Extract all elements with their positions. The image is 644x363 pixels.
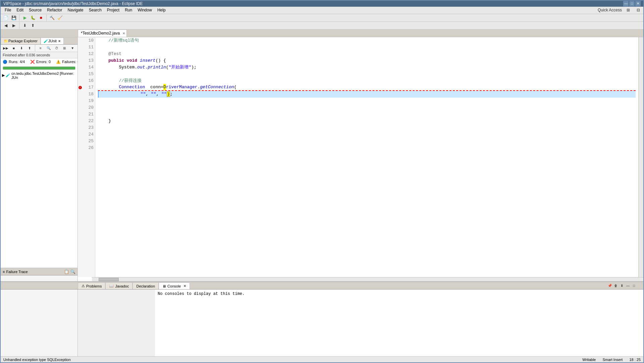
runs-value: 4/4	[20, 60, 25, 64]
junit-tab-close[interactable]: ✕	[58, 39, 61, 43]
junit-label: JUnit	[48, 39, 57, 43]
code-content[interactable]: //新增sql语句 @Test public void insert() {	[95, 37, 638, 277]
menu-run[interactable]: Run	[122, 7, 135, 13]
quick-access-label: Quick Access	[598, 8, 622, 12]
prev-annotation-button[interactable]: ⬆	[29, 22, 37, 29]
debug-button[interactable]: 🐛	[29, 14, 37, 21]
horizontal-scrollbar[interactable]	[92, 277, 643, 281]
junit-icon: 🧪	[44, 39, 48, 43]
junit-collapse-button[interactable]: ≡	[37, 44, 44, 52]
console-tab[interactable]: 🖥 Console ✕	[159, 282, 190, 289]
console-minimize-button[interactable]: —	[625, 283, 631, 288]
copy-trace-button[interactable]: 📋	[64, 269, 69, 274]
line-24: 24	[78, 131, 95, 138]
line-18: 18	[78, 91, 95, 98]
code-line-10: //新增sql语句	[98, 37, 636, 44]
back-button[interactable]: ◀	[2, 22, 9, 29]
console-clear-button[interactable]: 🗑	[613, 283, 619, 288]
menu-edit[interactable]: Edit	[14, 7, 26, 13]
minimize-button[interactable]: —	[623, 1, 629, 6]
clean-button[interactable]: 🧹	[56, 14, 64, 21]
menu-search[interactable]: Search	[86, 7, 104, 13]
problems-tab[interactable]: ⚠ Problems	[78, 282, 105, 289]
menu-file[interactable]: File	[2, 7, 14, 13]
tab-close-button[interactable]: ✕	[122, 32, 125, 35]
package-explorer-icon: 📁	[4, 39, 8, 43]
left-panel: 📁 Package Explorer 🧪 JUnit ✕ ▶▶ ■ ⬇ ⬆ ≡ …	[1, 37, 78, 281]
console-maximize-button[interactable]: □	[631, 283, 637, 288]
cursor-position: 18 : 25	[629, 358, 641, 362]
close-button[interactable]: ✕	[635, 1, 641, 6]
status-bar: Unhandled exception type SQLException Wr…	[1, 356, 643, 362]
code-editor[interactable]: 10 11 12 13	[78, 37, 643, 281]
line-21: 21	[78, 111, 95, 118]
filter-trace-button[interactable]: 🔍	[70, 269, 75, 274]
menu-refactor[interactable]: Refactor	[44, 7, 65, 13]
view-button[interactable]: ⊟	[635, 6, 642, 14]
stop-button[interactable]: ■	[37, 14, 45, 21]
menu-navigate[interactable]: Navigate	[65, 7, 86, 13]
package-explorer-label: Package Explorer	[8, 39, 38, 43]
code-line-11	[98, 44, 636, 51]
line-13: 13	[78, 57, 95, 64]
title-bar-controls[interactable]: — □ ✕	[623, 1, 641, 6]
main-toolbar: 📄 💾 ▶ 🐛 ■ 🔨 🧹	[1, 14, 643, 22]
problems-label: Problems	[86, 284, 102, 288]
vertical-scrollbar[interactable]	[638, 37, 643, 277]
code-container: 10 11 12 13	[78, 37, 643, 277]
junit-filter-button[interactable]: 🔍	[45, 44, 52, 52]
console-label: Console	[167, 284, 181, 288]
run-button[interactable]: ▶	[21, 14, 29, 21]
junit-menu-button[interactable]: ▼	[69, 44, 76, 52]
new-button[interactable]: 📄	[2, 14, 9, 21]
failure-trace-panel: ≡ Failure Trace 📋 🔍	[1, 268, 77, 281]
console-scroll-button[interactable]: ⬇	[619, 283, 625, 288]
console-pin-button[interactable]: 📌	[607, 283, 612, 288]
save-button[interactable]: 💾	[10, 14, 17, 21]
tree-item-test[interactable]: ▶ 🧪 cn.tedu.jdbc.TestJdbcDemo2 [Runner: …	[1, 71, 77, 80]
code-line-15	[98, 71, 636, 77]
forward-button[interactable]: ▶	[10, 22, 17, 29]
junit-view-button[interactable]: ⊞	[61, 44, 68, 52]
junit-history-button[interactable]: ⏱	[53, 44, 60, 52]
bottom-tabs: ⚠ Problems 📖 Javadoc Declaration 🖥 Conso…	[1, 282, 643, 290]
javadoc-icon: 📖	[109, 284, 114, 288]
editor-tab-active[interactable]: *TestJdbcDemo2.java ✕	[78, 30, 127, 37]
insert-mode-status: Smart Insert	[602, 358, 623, 362]
errors-label: Errors:	[36, 60, 47, 64]
line-14: 14	[78, 64, 95, 71]
line-15: 15	[78, 71, 95, 77]
console-tab-close[interactable]: ✕	[183, 284, 186, 288]
junit-rerun-button[interactable]: ▶▶	[2, 44, 9, 52]
code-line-12: @Test	[98, 51, 636, 57]
junit-prev-button[interactable]: ⬆	[26, 44, 33, 52]
runs-icon: 🔵	[3, 60, 7, 64]
error-marker: !	[78, 86, 82, 89]
sep4	[35, 45, 35, 51]
javadoc-tab[interactable]: 📖 Javadoc	[105, 282, 132, 289]
code-line-26	[98, 145, 636, 151]
junit-tab[interactable]: 🧪 JUnit ✕	[41, 38, 64, 44]
declaration-tab[interactable]: Declaration	[132, 282, 159, 289]
menu-source[interactable]: Source	[26, 7, 44, 13]
bottom-toolbar: 📌 🗑 ⬇ — □	[607, 283, 637, 288]
javadoc-label: Javadoc	[115, 284, 129, 288]
runs-stat: 🔵 Runs: 4/4 ❌ Errors: 0 ⚠️ Failures: 0	[3, 60, 75, 64]
menu-help[interactable]: Help	[155, 7, 168, 13]
tree-item-icon: 🧪	[6, 73, 10, 77]
line-22: 22	[78, 118, 95, 124]
junit-next-button[interactable]: ⬇	[18, 44, 25, 52]
next-annotation-button[interactable]: ⬇	[21, 22, 29, 29]
perspective-button[interactable]: ⊞	[625, 6, 632, 14]
line-26: 26	[78, 145, 95, 151]
maximize-button[interactable]: □	[629, 1, 635, 6]
declaration-label: Declaration	[136, 284, 155, 288]
bottom-area: ⚠ Problems 📖 Javadoc Declaration 🖥 Conso…	[1, 281, 643, 356]
package-explorer-tab[interactable]: 📁 Package Explorer	[1, 38, 41, 44]
test-tree[interactable]: ▶ 🧪 cn.tedu.jdbc.TestJdbcDemo2 [Runner: …	[1, 71, 77, 268]
junit-stop-button[interactable]: ■	[10, 44, 17, 52]
menu-window[interactable]: Window	[135, 7, 155, 13]
build-button[interactable]: 🔨	[48, 14, 56, 21]
code-line-22: }	[98, 118, 636, 124]
menu-project[interactable]: Project	[104, 7, 122, 13]
